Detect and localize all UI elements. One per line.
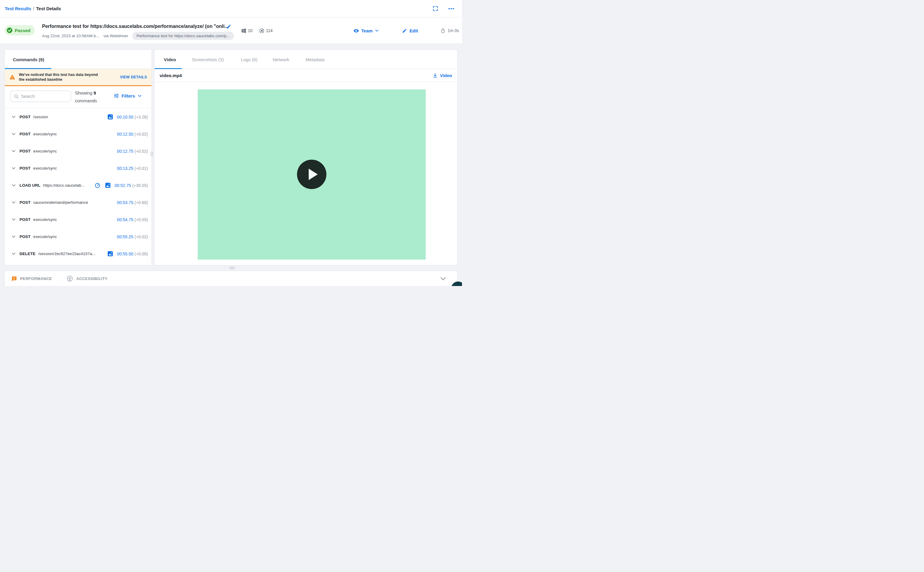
command-path: execute/sync — [33, 166, 57, 171]
command-path: https://docs.saucelab... — [43, 183, 85, 188]
search-box[interactable] — [11, 91, 71, 102]
command-row[interactable]: POST execute/sync 00:12.50 (+0.02) — [5, 126, 152, 143]
command-time: 00:55.25 — [117, 235, 133, 239]
baseline-warning-banner: We've noticed that this test has data be… — [5, 69, 152, 86]
top-bar: Test Results / Test Details — [0, 0, 462, 17]
expand-drawer-chevron-icon[interactable] — [440, 275, 446, 282]
command-time: 00:10.50 — [117, 115, 133, 120]
command-delta: (+3.26) — [134, 115, 148, 120]
more-options-icon[interactable] — [448, 5, 455, 12]
command-row[interactable]: POST execute/sync 00:54.75 (+0.55) — [5, 211, 152, 228]
tab-commands[interactable]: Commands (9) — [13, 50, 44, 69]
search-input[interactable] — [21, 94, 68, 99]
command-path: execute/sync — [33, 149, 57, 153]
video-player[interactable] — [198, 89, 426, 260]
command-method: DELETE — [20, 252, 36, 256]
windows-icon — [242, 28, 246, 33]
chevron-down-icon[interactable] — [11, 200, 16, 205]
accessibility-icon — [67, 275, 73, 282]
screenshot-icon[interactable] — [108, 251, 113, 256]
tab-metadata[interactable]: Metadata — [306, 50, 325, 69]
play-icon — [309, 169, 318, 180]
performance-drawer-tab[interactable]: PERFORMANCE — [11, 276, 52, 281]
media-panel: Video Screenshots (3) Logs (6) Network M… — [154, 50, 457, 265]
tab-video[interactable]: Video — [164, 50, 176, 69]
accessibility-drawer-tab[interactable]: ACCESSIBILITY — [67, 275, 107, 282]
command-time: 00:12.75 — [117, 149, 133, 154]
chevron-down-icon[interactable] — [11, 115, 16, 119]
screenshot-icon[interactable] — [105, 183, 110, 188]
test-header: Passed Performance test for https://docs… — [0, 17, 462, 44]
command-row[interactable]: POST /session 00:10.50 (+3.26) — [5, 108, 152, 126]
visibility-eye-icon — [353, 28, 359, 34]
chevron-down-icon[interactable] — [11, 252, 16, 256]
command-delta: (+0.01) — [134, 166, 148, 171]
command-delta: (+39.55) — [132, 183, 148, 188]
breadcrumb-test-results-link[interactable]: Test Results — [5, 6, 31, 11]
screenshot-icon[interactable] — [108, 114, 113, 120]
warning-triangle-icon — [9, 74, 15, 80]
showing-count: Showing 9 commands — [75, 89, 97, 105]
command-time: 00:53.75 — [117, 200, 133, 205]
performance-gauge-icon[interactable] — [95, 183, 100, 188]
command-delta: (+0.00) — [134, 252, 148, 256]
command-row[interactable]: POST execute/sync 00:55.25 (+0.02) — [5, 228, 152, 245]
chat-widget-button[interactable] — [451, 281, 462, 286]
play-button[interactable] — [297, 160, 326, 189]
command-path: /session — [33, 115, 48, 119]
panel-resize-handle-horizontal[interactable] — [229, 267, 235, 269]
command-row[interactable]: DELETE /session/1bc927ee15ac4157a... 00:… — [5, 245, 152, 262]
team-label: Team — [361, 28, 373, 33]
command-method: LOAD URL — [20, 183, 40, 188]
chevron-down-icon[interactable] — [11, 183, 16, 188]
warning-text: We've noticed that this test has data be… — [19, 72, 104, 82]
command-method: POST — [20, 149, 31, 153]
filters-dropdown[interactable]: Filters — [114, 93, 142, 98]
tab-network[interactable]: Network — [273, 50, 289, 69]
commands-tabbar: Commands (9) — [5, 50, 152, 69]
view-details-link[interactable]: VIEW DETAILS — [120, 75, 147, 79]
command-delta: (+0.02) — [134, 149, 148, 154]
chevron-down-icon[interactable] — [11, 217, 16, 222]
tab-logs[interactable]: Logs (6) — [241, 50, 257, 69]
tab-screenshots[interactable]: Screenshots (3) — [192, 50, 224, 69]
fullscreen-icon[interactable] — [432, 5, 439, 12]
command-list: POST /session 00:10.50 (+3.26) POST exec… — [5, 108, 152, 262]
download-video-button[interactable]: Video — [433, 73, 452, 78]
search-icon — [14, 94, 19, 99]
chevron-down-icon — [137, 94, 142, 98]
duration-value: 1m 0s — [448, 28, 459, 33]
filters-slider-icon — [114, 93, 119, 98]
chevron-down-icon — [375, 28, 379, 33]
edit-button[interactable]: Edit — [402, 17, 418, 44]
command-row[interactable]: POST execute/sync 00:13.25 (+0.01) — [5, 160, 152, 177]
os-version: 10 — [248, 28, 253, 33]
media-tabbar: Video Screenshots (3) Logs (6) Network M… — [155, 50, 457, 69]
edit-label: Edit — [409, 28, 418, 33]
command-row[interactable]: POST sauce/ondemand/performance 00:53.75… — [5, 194, 152, 211]
command-row[interactable]: POST execute/sync 00:12.75 (+0.02) — [5, 143, 152, 160]
showing-count-number: 9 — [94, 90, 96, 95]
status-badge: Passed — [5, 25, 35, 36]
test-tag: Performance test for https://docs.saucel… — [132, 32, 234, 40]
command-time: 00:55.50 — [117, 252, 133, 256]
command-row[interactable]: LOAD URL https://docs.saucelab... 00:52.… — [5, 177, 152, 194]
command-time: 00:13.25 — [117, 166, 133, 171]
breadcrumb-current: Test Details — [36, 6, 61, 11]
download-label: Video — [440, 73, 452, 78]
command-method: POST — [20, 217, 31, 222]
bottom-drawer-bar: PERFORMANCE ACCESSIBILITY — [5, 271, 457, 286]
command-delta: (+0.02) — [134, 132, 148, 137]
chevron-down-icon[interactable] — [11, 132, 16, 136]
command-delta: (+0.02) — [134, 235, 148, 239]
command-path: execute/sync — [33, 217, 57, 222]
test-duration: 1m 0s — [440, 17, 459, 44]
panel-resize-handle-vertical[interactable] — [150, 152, 153, 156]
command-path: execute/sync — [33, 132, 57, 136]
edit-title-pencil-icon[interactable] — [226, 24, 231, 29]
chevron-down-icon[interactable] — [11, 166, 16, 171]
team-dropdown[interactable]: Team — [353, 17, 379, 44]
command-method: POST — [20, 132, 31, 136]
chevron-down-icon[interactable] — [11, 149, 16, 153]
chevron-down-icon[interactable] — [11, 235, 16, 239]
